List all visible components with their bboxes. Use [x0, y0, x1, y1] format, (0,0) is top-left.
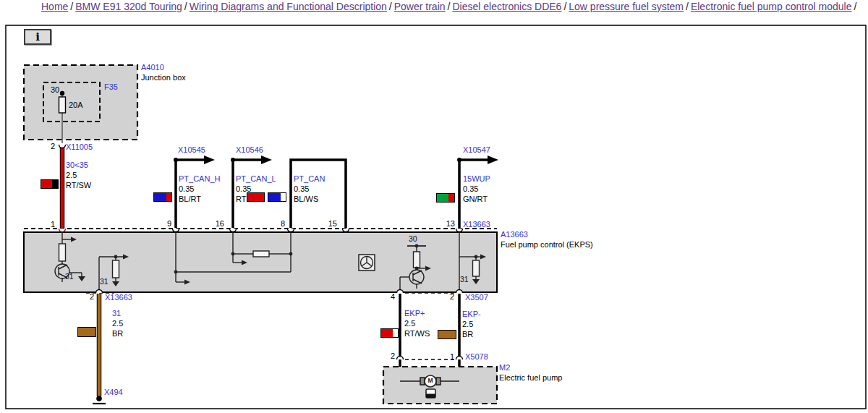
- ground-point-x494: [96, 396, 102, 401]
- junction-box-id[interactable]: A4010: [141, 63, 164, 72]
- swatch-rt-ws: [380, 328, 399, 338]
- swatch-gn-rt: [436, 193, 455, 203]
- pump-id[interactable]: M2: [499, 363, 510, 372]
- wire-ground-color: BR: [112, 329, 123, 339]
- can-signal: PT_CAN: [294, 174, 325, 184]
- swatch-bl-ws: [268, 192, 286, 202]
- wiring-diagram: [0, 0, 868, 413]
- info-button[interactable]: i: [24, 29, 51, 45]
- module-pin-8: 8: [272, 219, 285, 229]
- module-terminal-31: 31: [65, 272, 74, 281]
- module-pin-1: 1: [42, 220, 55, 229]
- ekps-module-box: [24, 232, 497, 292]
- x3507-pin-2: 2: [441, 292, 454, 302]
- swatch-bl-rt: [153, 192, 172, 202]
- swatch-br: [77, 327, 96, 337]
- module-pin-9: 9: [158, 219, 171, 229]
- module-pin-15: 15: [324, 219, 337, 229]
- can-l-signal: PT_CAN_L: [236, 174, 276, 184]
- x5078-label[interactable]: X5078: [465, 352, 488, 362]
- wire-supply-circuit: 30<35: [66, 161, 88, 170]
- swatch-rt-sw: [41, 179, 59, 189]
- fuse-terminal-label: 30: [51, 85, 59, 95]
- ekp-minus-color: BR: [462, 330, 473, 339]
- can-color: BL/WS: [294, 195, 318, 204]
- can-h-signal: PT_CAN_H: [179, 174, 220, 184]
- wire-supply-gauge: 2.5: [66, 171, 77, 180]
- module-terminal-30: 30: [409, 234, 417, 244]
- can-gauge: 0.35: [294, 184, 309, 194]
- module-name: Fuel pump control (EKPS): [501, 240, 593, 250]
- wire-supply-color: RT/SW: [66, 181, 91, 190]
- x10547-label[interactable]: X10547: [463, 145, 490, 155]
- fuse-rating: 20A: [69, 101, 83, 110]
- ekp-plus-gauge: 2.5: [404, 319, 415, 328]
- wup-color: GN/RT: [463, 195, 488, 204]
- x3507-pin-4: 4: [382, 292, 395, 302]
- junction-box-name: Junction box: [141, 73, 186, 82]
- x5078-pin-2: 2: [382, 352, 395, 361]
- terminal-30-dot: [60, 91, 64, 95]
- module-terminal-31: 31: [100, 277, 109, 286]
- wup-gauge: 0.35: [463, 184, 478, 194]
- fuse-id[interactable]: F35: [104, 82, 118, 92]
- x13663-bottom-label[interactable]: X13663: [105, 293, 132, 302]
- ekp-minus-signal: EKP-: [462, 310, 481, 319]
- wire-ground-circuit: 31: [112, 309, 121, 318]
- module-pin-16: 16: [211, 219, 224, 229]
- wup-signal: 15WUP: [463, 174, 490, 184]
- x3507-label[interactable]: X3507: [465, 293, 488, 302]
- ekp-plus-color: RT/WS: [404, 329, 430, 339]
- x11005-label[interactable]: X11005: [66, 142, 93, 152]
- x13663-top-label[interactable]: X13663: [463, 220, 490, 229]
- can-h-gauge: 0.35: [179, 184, 194, 194]
- pump-name: Electric fuel pump: [499, 373, 562, 383]
- x10546-label[interactable]: X10546: [236, 145, 263, 155]
- ekp-minus-gauge: 2.5: [462, 320, 473, 329]
- module-terminal-31: 31: [460, 275, 469, 284]
- motor-label: M: [426, 377, 435, 384]
- page: Home/BMW E91 320d Touring/Wiring Diagram…: [0, 0, 868, 413]
- x11005-pin: 2: [42, 142, 55, 151]
- can-l-color: RT: [236, 195, 246, 204]
- can-h-color: BL/RT: [179, 195, 201, 204]
- module-id[interactable]: A13663: [501, 230, 528, 239]
- module-pin-13: 13: [442, 219, 455, 229]
- x494-label[interactable]: X494: [104, 388, 123, 397]
- x5078-pin-1: 1: [441, 352, 454, 362]
- swatch-br: [438, 330, 456, 339]
- swatch-rt: [247, 192, 265, 202]
- fuse-symbol: [59, 97, 66, 113]
- x10545-label[interactable]: X10545: [178, 145, 205, 155]
- ekp-plus-signal: EKP+: [404, 309, 425, 318]
- x13663-bottom-pin: 2: [81, 292, 94, 302]
- wire-ground-gauge: 2.5: [112, 319, 123, 328]
